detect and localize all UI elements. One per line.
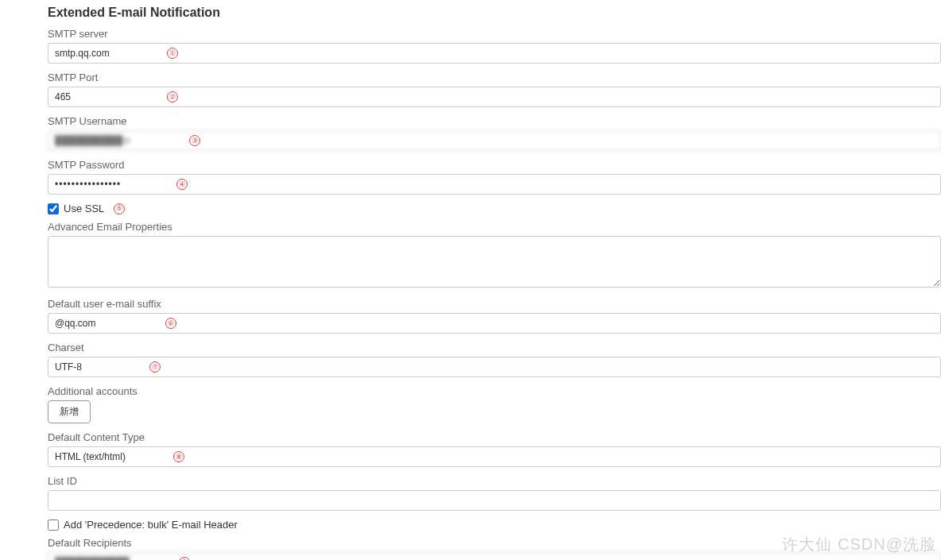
label-advanced-props: Advanced Email Properties [48,221,941,233]
field-content-type: Default Content Type ⑧ [48,431,941,467]
field-smtp-port: SMTP Port ② [48,71,941,107]
field-list-id: List ID [48,475,941,511]
badge-3-icon: ③ [189,135,200,146]
email-suffix-input[interactable] [48,313,941,334]
field-smtp-password: SMTP Password ④ [48,159,941,195]
badge-5-icon: ⑤ [114,203,125,214]
label-email-suffix: Default user e-mail suffix [48,298,941,310]
label-smtp-username: SMTP Username [48,115,941,127]
label-smtp-password: SMTP Password [48,159,941,171]
field-charset: Charset ⑦ [48,342,941,377]
label-content-type: Default Content Type [48,431,941,443]
label-smtp-server: SMTP server [48,28,941,40]
label-list-id: List ID [48,475,941,487]
label-charset: Charset [48,342,941,353]
field-smtp-username: SMTP Username ③ [48,115,941,151]
smtp-server-input[interactable] [48,43,941,64]
label-use-ssl: Use SSL [64,203,104,214]
badge-1-icon: ① [167,48,178,59]
badge-8-icon: ⑧ [173,451,184,462]
label-precedence: Add 'Precedence: bulk' E-mail Header [64,519,238,531]
field-additional-accounts: Additional accounts 新增 [48,385,941,423]
advanced-props-textarea[interactable] [48,236,941,288]
label-additional-accounts: Additional accounts [48,385,941,397]
precedence-checkbox[interactable] [48,519,59,531]
charset-input[interactable] [48,357,941,377]
badge-4-icon: ④ [176,179,188,190]
field-use-ssl: Use SSL ⑤ [48,203,941,214]
add-account-button[interactable]: 新增 [48,400,91,423]
field-smtp-server: SMTP server ① [48,28,941,64]
smtp-port-input[interactable] [48,87,941,107]
badge-6-icon: ⑥ [165,318,176,329]
badge-7-icon: ⑦ [149,361,161,373]
list-id-input[interactable] [48,490,941,511]
field-advanced-props: Advanced Email Properties [48,221,941,290]
smtp-username-input[interactable] [48,130,941,151]
field-precedence: Add 'Precedence: bulk' E-mail Header [48,519,941,531]
field-default-recipients: Default Recipients ⑨ [48,537,941,560]
use-ssl-checkbox[interactable] [48,203,59,214]
label-smtp-port: SMTP Port [48,71,941,83]
section-title: Extended E-mail Notification [48,4,941,20]
badge-2-icon: ② [167,91,178,102]
field-email-suffix: Default user e-mail suffix ⑥ [48,298,941,334]
label-default-recipients: Default Recipients [48,537,941,549]
